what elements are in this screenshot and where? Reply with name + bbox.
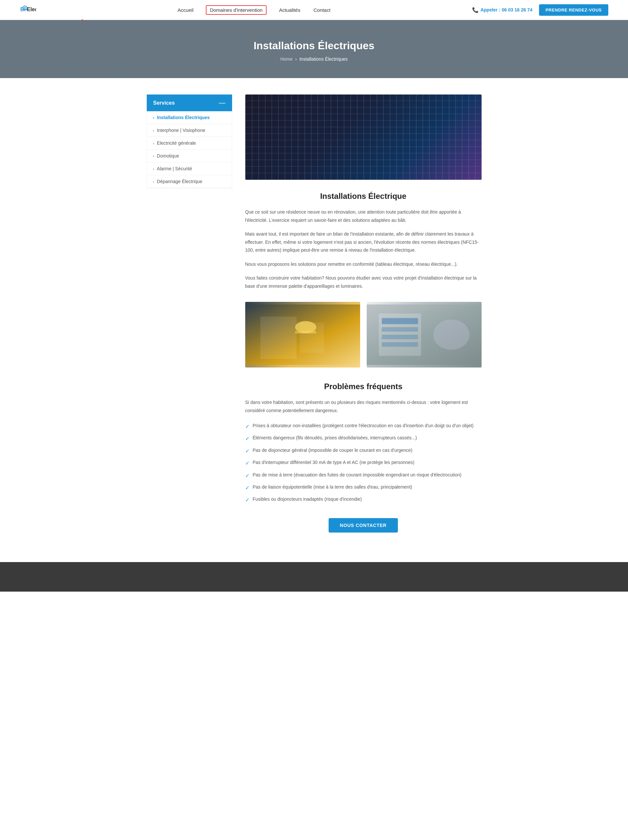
check-icon: ✓ [245, 496, 250, 504]
logo-icon: Bi- Elec [20, 4, 36, 16]
breadcrumb-separator: › [295, 57, 297, 62]
breadcrumb-current: Installations Électriques [299, 57, 348, 62]
chevron-right-icon: › [153, 128, 154, 133]
sidebar: Services — › Installations Électriques ›… [147, 95, 232, 546]
nav-domaines[interactable]: Domaines d'intervention [206, 5, 266, 15]
chevron-right-icon: › [153, 115, 154, 120]
image-overlay [245, 95, 482, 180]
article-paragraph-2: Mais avant tout, il est important de fai… [245, 230, 482, 254]
nav-contact[interactable]: Contact [313, 6, 331, 14]
hero-banner: Installations Électriques Home › Install… [0, 20, 628, 78]
check-icon: ✓ [245, 434, 250, 443]
article-paragraph-4: Vous faites construire votre habitation?… [245, 274, 482, 290]
svg-rect-12 [382, 318, 418, 324]
sidebar-item-depannage[interactable]: › Dépannage Électrique [147, 175, 232, 188]
svg-rect-13 [382, 327, 418, 332]
list-item: ✓ Prises à obturateur non-installées (pr… [245, 420, 482, 433]
sidebar-header: Services — [147, 95, 232, 111]
phone-icon: 📞 [472, 7, 479, 13]
main-nav: Accueil Domaines d'intervention Actualit… [177, 5, 331, 15]
sidebar-item-alarme[interactable]: › Alarme | Sécurité [147, 163, 232, 175]
check-icon: ✓ [245, 484, 250, 492]
svg-rect-9 [295, 331, 316, 333]
sidebar-item-installations[interactable]: › Installations Électriques [147, 111, 232, 124]
check-icon: ✓ [245, 422, 250, 431]
sidebar-item-domotique[interactable]: › Domotique [147, 150, 232, 163]
list-item: ✓ Pas de mise à terre (évacuation des fu… [245, 469, 482, 482]
logo: Bi- Elec [20, 4, 36, 16]
article: Installations Électrique Que ce soit sur… [245, 95, 482, 546]
svg-text:Elec: Elec [27, 6, 36, 12]
bottom-image-1 [245, 302, 360, 368]
problemes-list: ✓ Prises à obturateur non-installées (pr… [245, 420, 482, 506]
list-item: ✓ Pas d'interrupteur différentiel 30 mA … [245, 457, 482, 469]
chevron-right-icon: › [153, 166, 154, 171]
svg-rect-14 [382, 335, 418, 339]
chevron-right-icon: › [153, 141, 154, 146]
svg-point-16 [433, 320, 470, 350]
sidebar-item-interphone[interactable]: › Interphone | Visiophone [147, 124, 232, 137]
chevron-right-icon: › [153, 153, 154, 158]
hero-title: Installations Électriques [0, 40, 628, 52]
check-icon: ✓ [245, 447, 250, 455]
main-content: Services — › Installations Électriques ›… [134, 95, 495, 546]
breadcrumb-home[interactable]: Home [280, 57, 293, 62]
chevron-right-icon: › [153, 179, 154, 184]
nous-contacter-button[interactable]: NOUS CONTACTER [329, 518, 397, 532]
breadcrumb: Home › Installations Électriques [0, 57, 628, 62]
phone-text: Appeler : 06 03 16 26 74 [481, 7, 533, 13]
check-icon: ✓ [245, 459, 250, 467]
main-article-image [245, 95, 482, 180]
bottom-images [245, 302, 482, 368]
nav-accueil[interactable]: Accueil [177, 6, 194, 14]
sidebar-minus-icon: — [219, 99, 226, 107]
sidebar-item-electricite[interactable]: › Electricité générale [147, 137, 232, 150]
cta-container: NOUS CONTACTER [245, 518, 482, 532]
nav-arrow-indicator: ↑ [81, 16, 84, 25]
article-title: Installations Électrique [245, 192, 482, 201]
footer [0, 562, 628, 592]
list-item: ✓ Éléments dangereux (fils dénudés, pris… [245, 433, 482, 445]
article-paragraph-3: Nous vous proposons les solutions pour r… [245, 260, 482, 268]
problemes-title: Problèmes fréquents [245, 382, 482, 391]
svg-rect-6 [260, 317, 297, 359]
sidebar-menu: › Installations Électriques › Interphone… [147, 111, 232, 188]
article-paragraph-1: Que ce soit sur une résidence neuve ou e… [245, 208, 482, 224]
check-icon: ✓ [245, 472, 250, 480]
header: Bi- Elec Accueil Domaines d'intervention… [0, 0, 628, 20]
list-item: ✓ Pas de disjoncteur général (impossible… [245, 445, 482, 457]
list-item: ✓ Fusibles ou disjoncteurs inadaptés (ri… [245, 494, 482, 506]
svg-rect-15 [382, 342, 418, 347]
rdv-button[interactable]: PRENDRE RENDEZ-VOUS [539, 4, 608, 16]
list-item: ✓ Pas de liaison équipotentielle (mise à… [245, 482, 482, 494]
problemes-intro: Si dans votre habitation, sont présents … [245, 398, 482, 414]
bottom-image-2 [367, 302, 482, 368]
sidebar-title: Services [153, 100, 175, 106]
header-right: 📞 Appeler : 06 03 16 26 74 PRENDRE RENDE… [472, 4, 608, 16]
nav-actualites[interactable]: Actualités [278, 6, 301, 14]
phone-link[interactable]: 📞 Appeler : 06 03 16 26 74 [472, 7, 533, 13]
